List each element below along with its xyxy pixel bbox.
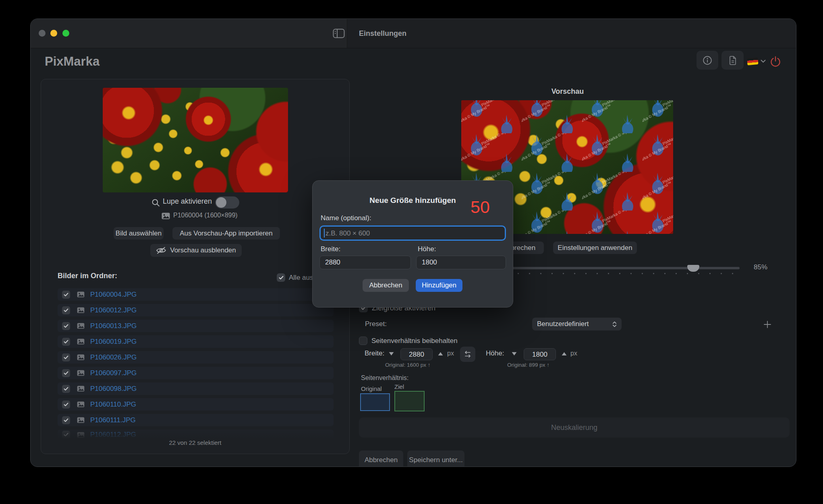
- height-unit: px: [570, 350, 577, 357]
- file-row[interactable]: P1060097.JPG: [58, 367, 334, 379]
- info-icon: [703, 56, 712, 65]
- file-checkbox[interactable]: [62, 306, 70, 314]
- file-row[interactable]: P1060026.JPG: [58, 351, 334, 364]
- hide-preview-label: Vorschau ausblenden: [170, 246, 236, 254]
- eye-off-icon: [156, 246, 166, 254]
- chevron-up-down-icon: [612, 321, 617, 328]
- dialog-cancel-button[interactable]: Abbrechen: [363, 279, 409, 292]
- keep-aspect-checkbox[interactable]: [359, 337, 367, 345]
- preset-value: Benutzerdefiniert: [537, 320, 589, 328]
- file-name[interactable]: P1060026.JPG: [90, 353, 137, 361]
- width-increment-button[interactable]: [437, 351, 444, 356]
- file-row[interactable]: P1060012.JPG: [58, 304, 334, 316]
- save-as-button[interactable]: Speichern unter...: [407, 450, 464, 467]
- source-panel: Lupe aktivieren P1060004 (1600×899) Bild…: [41, 79, 350, 454]
- countdown-badge: 50: [471, 198, 490, 216]
- file-checkbox[interactable]: [62, 338, 70, 346]
- file-name[interactable]: P1060110.JPG: [90, 401, 136, 409]
- hide-preview-button[interactable]: Vorschau ausblenden: [150, 244, 242, 257]
- keep-aspect-label[interactable]: Seitenverhältnis beibehalten: [371, 337, 458, 345]
- preview-heading: Vorschau: [547, 87, 588, 96]
- file-row[interactable]: P1060019.JPG: [58, 335, 334, 348]
- height-original-info[interactable]: Original: 899 px ↑: [507, 362, 549, 368]
- dialog-height-input[interactable]: [416, 256, 506, 269]
- image-icon: [77, 370, 85, 376]
- select-image-button[interactable]: Bild auswählen: [114, 227, 164, 240]
- opacity-slider-thumb[interactable]: [687, 265, 699, 272]
- dialog-confirm-button[interactable]: Hinzufügen: [416, 279, 462, 292]
- sidebar-toggle-button[interactable]: [331, 27, 346, 39]
- name-input[interactable]: [325, 227, 500, 240]
- file-name[interactable]: P1060019.JPG: [90, 338, 137, 346]
- file-row[interactable]: P1060004.JPG: [58, 288, 334, 301]
- info-button[interactable]: [697, 51, 718, 70]
- aspect-original-swatch: [360, 393, 390, 411]
- width-decrement-button[interactable]: [388, 351, 394, 356]
- file-name[interactable]: P1060097.JPG: [90, 369, 137, 377]
- app-title: PixMarka: [45, 54, 100, 69]
- app-window: Einstellungen PixMarka Lupe aktivieren: [30, 19, 796, 467]
- apply-settings-button[interactable]: Einstellungen anwenden: [553, 242, 637, 254]
- bottom-cancel-button[interactable]: Abbrechen: [359, 450, 403, 467]
- name-field-focused[interactable]: [319, 225, 506, 241]
- height-field[interactable]: 1800: [524, 348, 556, 360]
- check-icon: [279, 276, 284, 280]
- width-field[interactable]: 2880: [400, 348, 433, 360]
- file-row[interactable]: P1060013.JPG: [58, 320, 334, 332]
- aspect-target-swatch: [394, 391, 425, 411]
- image-icon: [77, 401, 85, 407]
- add-preset-button[interactable]: [762, 319, 773, 330]
- file-checkbox[interactable]: [62, 401, 70, 409]
- file-name[interactable]: P1060004.JPG: [90, 291, 137, 299]
- file-checkbox[interactable]: [62, 291, 70, 299]
- preset-label: Preset:: [365, 320, 387, 328]
- image-icon: [162, 213, 170, 219]
- plus-icon: [763, 320, 772, 329]
- file-checkbox[interactable]: [62, 385, 70, 393]
- language-selector[interactable]: [747, 58, 766, 65]
- image-icon: [77, 323, 85, 329]
- select-all-checkbox[interactable]: [277, 273, 285, 282]
- power-icon: [769, 56, 782, 68]
- swap-icon: [464, 351, 472, 358]
- dialog-height-label: Höhe:: [418, 245, 436, 253]
- opacity-value: 85%: [754, 263, 767, 271]
- import-from-preview-button[interactable]: Aus Vorschau-App importieren: [172, 227, 280, 240]
- file-checkbox[interactable]: [62, 369, 70, 377]
- close-button[interactable]: [39, 30, 46, 37]
- file-checkbox[interactable]: [62, 353, 70, 361]
- swap-dimensions-button[interactable]: [460, 347, 475, 362]
- dialog-width-input[interactable]: [319, 256, 411, 269]
- document-icon: [729, 56, 737, 65]
- quit-button[interactable]: [769, 55, 782, 68]
- rescale-heading: Neuskalierung: [551, 423, 597, 432]
- name-label: Name (optional):: [321, 214, 371, 222]
- loupe-toggle[interactable]: [215, 196, 239, 209]
- height-increment-button[interactable]: [561, 351, 567, 356]
- zoom-button[interactable]: [62, 30, 69, 37]
- height-decrement-button[interactable]: [511, 351, 517, 356]
- current-file-info: P1060004 (1600×899): [173, 212, 238, 219]
- width-original-info[interactable]: Original: 1600 px ↑: [385, 362, 431, 368]
- file-name[interactable]: P1060012.JPG: [90, 306, 137, 314]
- preset-dropdown[interactable]: Benutzerdefiniert: [532, 318, 622, 330]
- image-icon: [77, 354, 85, 360]
- image-icon: [77, 386, 85, 392]
- minimize-button[interactable]: [50, 30, 57, 37]
- file-row[interactable]: P1060098.JPG: [58, 382, 334, 395]
- file-checkbox[interactable]: [62, 322, 70, 330]
- file-row[interactable]: P1060110.JPG: [58, 398, 334, 411]
- height-label: Höhe:: [486, 349, 504, 357]
- rescale-section: Neuskalierung: [359, 417, 790, 438]
- image-icon: [77, 291, 85, 297]
- image-icon: [77, 417, 85, 423]
- selection-status: 22 von 22 selektiert: [41, 439, 349, 446]
- log-document-button[interactable]: [721, 51, 744, 70]
- width-unit: px: [447, 350, 454, 357]
- file-name[interactable]: P1060098.JPG: [90, 385, 137, 393]
- aspect-original-label: Original: [361, 385, 382, 392]
- dialog-width-label: Breite:: [321, 245, 340, 253]
- toggle-knob: [216, 197, 226, 208]
- file-name[interactable]: P1060013.JPG: [90, 322, 137, 330]
- sidebar-toggle-icon: [333, 29, 345, 38]
